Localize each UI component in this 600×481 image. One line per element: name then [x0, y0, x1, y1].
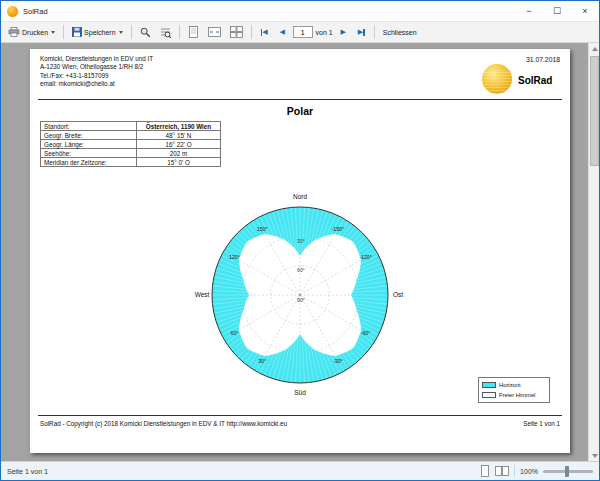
- legend-label: Freier Himmel: [499, 392, 535, 398]
- footer-divider: [38, 415, 562, 416]
- save-label: Speichern: [84, 29, 116, 36]
- footer-copyright: SolRad - Copyright (c) 2018 Komicki Dien…: [40, 420, 287, 427]
- maximize-button[interactable]: ☐: [543, 1, 571, 21]
- next-page-button[interactable]: ▶: [336, 25, 351, 39]
- scroll-down-icon: [592, 454, 598, 458]
- brand-name: SolRad: [518, 75, 552, 86]
- prev-page-icon: ◀: [279, 28, 284, 36]
- search-icon: [140, 27, 151, 38]
- single-page-view-icon[interactable]: [480, 465, 490, 477]
- whole-page-button[interactable]: [185, 25, 202, 39]
- company-line: Komicki, Dienstleistungen in EDV und IT: [40, 55, 153, 63]
- page-width-icon: [208, 26, 221, 38]
- toolbar: Drucken Speichern ◀ ◀ von 1 ▶: [1, 22, 599, 43]
- row-label: Geogr. Breite:: [41, 131, 137, 140]
- whole-page-icon: [188, 26, 199, 38]
- report-date: 31.07.2018: [526, 56, 560, 63]
- close-button[interactable]: ×: [571, 1, 599, 21]
- save-icon: [72, 27, 82, 37]
- legend-swatch: [482, 382, 496, 388]
- toolbar-separator: [179, 25, 180, 39]
- row-label: Seehöhe:: [41, 149, 137, 158]
- toolbar-separator: [374, 25, 375, 39]
- maximize-icon: ☐: [553, 6, 561, 16]
- svg-text:150°: 150°: [257, 226, 268, 232]
- footer-page-number: Seite 1 von 1: [523, 420, 560, 427]
- svg-text:-120°: -120°: [359, 254, 371, 260]
- company-address-block: Komicki, Dienstleistungen in EDV und IT …: [40, 55, 153, 88]
- row-label: Meridian der Zeitzone:: [41, 158, 137, 167]
- close-preview-label: Schliessen: [383, 29, 417, 36]
- svg-text:-150°: -150°: [332, 226, 344, 232]
- multiple-pages-button[interactable]: [227, 25, 246, 39]
- svg-text:30°: 30°: [258, 358, 266, 364]
- legend-item: Horizont: [482, 380, 546, 390]
- sun-logo-icon: [482, 64, 512, 94]
- search-text-icon: [160, 27, 171, 38]
- minimize-icon: −: [526, 6, 531, 16]
- status-bar: Seite 1 von 1 100%: [1, 461, 599, 480]
- svg-text:-60°: -60°: [361, 330, 371, 336]
- location-info-table: Standort:Österreich, 1190 Wien Geogr. Br…: [40, 121, 221, 167]
- close-icon: ×: [582, 6, 587, 16]
- table-row: Seehöhe:202 m: [41, 149, 221, 158]
- status-zoom-controls: 100%: [480, 465, 593, 477]
- title-bar[interactable]: SolRad − ☐ ×: [1, 1, 599, 22]
- scrollbar-thumb[interactable]: [590, 56, 599, 166]
- next-page-icon: ▶: [341, 28, 346, 36]
- company-line: Tel./Fax: +43-1-8157099: [40, 72, 153, 80]
- polar-chart: NordOstSüdWest-150°-120°-60°-30°30°60°12…: [30, 183, 570, 401]
- page-number-input[interactable]: [293, 26, 313, 38]
- table-row: Geogr. Breite:48° 15' N: [41, 131, 221, 140]
- legend-item: Freier Himmel: [482, 390, 546, 400]
- svg-text:Ost: Ost: [393, 291, 403, 298]
- scroll-up-button[interactable]: [589, 43, 599, 54]
- prev-page-button[interactable]: ◀: [275, 25, 290, 39]
- report-page: Komicki, Dienstleistungen in EDV und IT …: [30, 49, 570, 453]
- zoom-slider[interactable]: [543, 470, 593, 473]
- svg-text:60°: 60°: [231, 330, 239, 336]
- svg-text:West: West: [195, 291, 210, 298]
- legend-swatch: [482, 392, 496, 398]
- chart-legend: Horizont Freier Himmel: [478, 377, 550, 403]
- svg-text:Nord: Nord: [293, 193, 307, 200]
- find-button[interactable]: [137, 26, 154, 39]
- report-title: Polar: [30, 105, 570, 117]
- zoom-slider-thumb[interactable]: [565, 466, 569, 477]
- statusbar-separator: [514, 465, 515, 477]
- first-page-arrow: ◀: [262, 28, 267, 36]
- scroll-up-icon: [592, 47, 598, 51]
- row-value: 48° 15' N: [137, 131, 221, 140]
- multi-page-view-icon[interactable]: [495, 465, 509, 477]
- page-width-button[interactable]: [205, 25, 224, 39]
- app-sun-icon: [7, 6, 18, 17]
- last-page-button[interactable]: ▶: [354, 25, 369, 39]
- company-line: email: mkomicki@chello.at: [40, 80, 153, 88]
- row-label: Standort:: [41, 122, 137, 131]
- header-divider: [38, 99, 562, 100]
- printer-icon: [8, 27, 20, 37]
- svg-text:-30°: -30°: [333, 358, 343, 364]
- first-page-button[interactable]: ◀: [257, 25, 272, 39]
- row-value: 15° 0' O: [137, 158, 221, 167]
- company-line: A-1230 Wien, Othellogasse 1/RH 8/2: [40, 63, 153, 71]
- page-of-label: von 1: [316, 29, 333, 36]
- vertical-scrollbar[interactable]: [588, 43, 599, 461]
- multiple-pages-icon: [230, 26, 243, 38]
- app-window: SolRad − ☐ × Drucken Speichern: [0, 0, 600, 481]
- svg-text:30°: 30°: [297, 238, 305, 244]
- save-button[interactable]: Speichern: [69, 26, 126, 38]
- print-button[interactable]: Drucken: [5, 26, 58, 38]
- scroll-down-button[interactable]: [589, 450, 599, 461]
- preview-area: Komicki, Dienstleistungen in EDV und IT …: [1, 43, 599, 461]
- table-row: Geogr. Länge:16° 22' O: [41, 140, 221, 149]
- minimize-button[interactable]: −: [515, 1, 543, 21]
- legend-label: Horizont: [499, 382, 521, 388]
- close-preview-button[interactable]: Schliessen: [380, 28, 420, 37]
- svg-text:Süd: Süd: [294, 389, 306, 396]
- find-text-button[interactable]: [157, 26, 174, 39]
- last-page-icon: [363, 29, 365, 36]
- print-dropdown-icon: [51, 31, 55, 34]
- table-row: Standort:Österreich, 1190 Wien: [41, 122, 221, 131]
- svg-text:60°: 60°: [297, 267, 305, 273]
